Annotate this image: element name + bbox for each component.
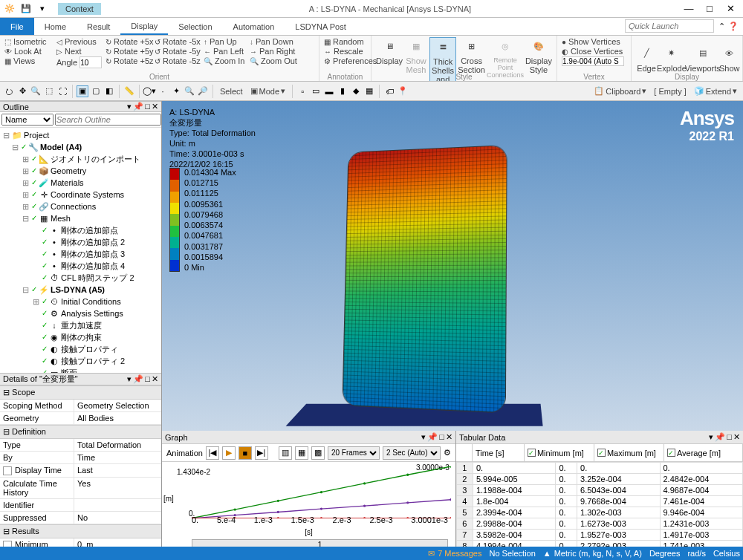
col-time[interactable]: Time [s]: [473, 444, 525, 461]
previous-button[interactable]: ◁ Previous: [56, 37, 101, 46]
preferences-button[interactable]: ⚙ Preferences: [324, 56, 366, 65]
menu-selection[interactable]: Selection: [168, 18, 222, 35]
td-close-icon[interactable]: ✕: [733, 432, 740, 442]
details-grid[interactable]: ⊟ ScopeScoping MethodGeometry SelectionG…: [0, 385, 161, 560]
tree-item[interactable]: ⊞✓🧪Materials: [1, 177, 160, 189]
details-close-icon[interactable]: □: [145, 374, 150, 384]
details-row[interactable]: Identifier: [0, 499, 161, 512]
tool-orbit-icon[interactable]: ⭮: [3, 85, 15, 97]
pan-down[interactable]: ↓ Pan Down: [250, 37, 294, 46]
details-row[interactable]: TypeTotal Deformation: [0, 439, 161, 452]
outline-search-input[interactable]: [55, 114, 161, 126]
menu-lsdyna-post[interactable]: LSDYNA Post: [285, 18, 356, 35]
tree-item[interactable]: ✓•剛体の追加節点: [1, 224, 160, 236]
details-x-icon[interactable]: ✕: [152, 374, 158, 384]
zoom-in[interactable]: 🔍 Zoom In: [204, 56, 245, 65]
menu-automation[interactable]: Automation: [223, 18, 285, 35]
tool-pan-icon[interactable]: ✥: [16, 85, 28, 97]
status-celsius[interactable]: Celsius: [713, 549, 740, 558]
outline-filter-select[interactable]: Name: [1, 114, 53, 126]
tree-item[interactable]: ⊟✓⚡LS-DYNA (A5): [1, 284, 160, 296]
next-button[interactable]: ▷ Next: [56, 47, 101, 56]
tool-shade-icon[interactable]: ▣: [77, 85, 88, 97]
anim-last-button[interactable]: ▶|: [255, 446, 268, 460]
anim-mode2-icon[interactable]: ▦: [295, 446, 308, 460]
close-vertices[interactable]: ◐ Close Vertices: [562, 47, 626, 56]
tool-zoom-icon[interactable]: 🔍: [30, 85, 42, 97]
probe-icon[interactable]: 📍: [397, 85, 409, 97]
rotate-plus-5z[interactable]: ↻ Rotate +5z: [106, 56, 150, 65]
menu-file[interactable]: File: [0, 18, 34, 35]
display-menu[interactable]: 🖥Display: [376, 37, 403, 65]
display-style[interactable]: 🎨Display Style: [525, 37, 552, 74]
table-row[interactable]: 62.9988e-0040.1.6273e-0031.2431e-003: [456, 518, 742, 530]
tree-item[interactable]: ✓↓重力加速度: [1, 319, 160, 331]
tree-item[interactable]: ✓◉剛体の拘束: [1, 331, 160, 343]
table-row[interactable]: 41.8e-0040.9.7668e-0047.461e-004: [456, 496, 742, 507]
speed-select[interactable]: 2 Sec (Auto): [383, 446, 441, 460]
graph-pin-icon[interactable]: 📌: [427, 432, 438, 442]
td-max-icon[interactable]: □: [727, 432, 732, 442]
collapse-ribbon-icon[interactable]: ⌃: [718, 22, 725, 31]
col-max[interactable]: ✓Maximum [m]: [594, 444, 664, 461]
anim-first-button[interactable]: |◀: [206, 446, 219, 460]
tree-item[interactable]: ✓▭断面: [1, 367, 160, 373]
graph-chart[interactable]: 3.0000e-3 [m] 1.4304e-2 0. 0.5.e-41.e-31…: [162, 462, 455, 551]
anim-opts-icon[interactable]: ⚙: [444, 448, 451, 458]
show-vertices[interactable]: ● Show Vertices: [562, 37, 626, 46]
maximize-button[interactable]: □: [700, 2, 719, 16]
anim-mode3-icon[interactable]: ▩: [311, 446, 325, 460]
rotate-plus-5y[interactable]: ↻ Rotate +5y: [106, 47, 150, 56]
sel-body-icon[interactable]: ▮: [337, 85, 348, 97]
views-button[interactable]: ▦ Views: [4, 56, 52, 65]
menu-home[interactable]: Home: [34, 18, 77, 35]
table-row[interactable]: 73.5982e-0040.1.9527e-0031.4917e-003: [456, 530, 742, 541]
outline-x-icon[interactable]: ✕: [152, 102, 158, 111]
qat-dropdown-icon[interactable]: ▾: [36, 2, 49, 16]
help-icon[interactable]: ❓: [728, 22, 739, 31]
tree-item[interactable]: ✓⚙Analysis Settings: [1, 307, 160, 319]
status-units[interactable]: ▲ Metric (m, kg, N, s, V, A): [543, 549, 642, 558]
outline-dropdown-icon[interactable]: ▾: [127, 102, 132, 111]
tree-item[interactable]: ⊞✓📐ジオメトリのインポート: [1, 153, 160, 165]
zoom-out[interactable]: 🔍 Zoom Out: [250, 56, 294, 65]
details-row[interactable]: ByTime: [0, 452, 161, 464]
status-rads[interactable]: rad/s: [687, 549, 705, 558]
tree-item[interactable]: ⊞✓📦Geometry: [1, 165, 160, 177]
angle-input[interactable]: Angle: [56, 56, 101, 68]
tool-lasso-icon[interactable]: ◯▾: [143, 85, 155, 97]
sel-vertex-icon[interactable]: ▫: [296, 85, 308, 97]
col-min[interactable]: ✓Minimum [m]: [525, 444, 594, 461]
mode-menu[interactable]: ▣ Mode▾: [247, 85, 289, 97]
pan-left[interactable]: ← Pan Left: [204, 47, 245, 56]
outline-tree[interactable]: ⊟📁Project⊟✓🔧Model (A4)⊞✓📐ジオメトリのインポート⊞✓📦G…: [0, 128, 161, 373]
details-row[interactable]: Scoping MethodGeometry Selection: [0, 400, 161, 412]
tag-icon[interactable]: 🏷: [383, 85, 395, 97]
tree-item[interactable]: ⊞✓✛Coordinate Systems: [1, 189, 160, 201]
tree-item[interactable]: ✓◐接触プロパティ 2: [1, 355, 160, 367]
graph-max-icon[interactable]: □: [439, 432, 444, 442]
table-row[interactable]: 25.994e-0050.3.252e-0042.4842e-004: [456, 474, 742, 485]
table-row[interactable]: 31.1988e-0040.6.5043e-0044.9687e-004: [456, 485, 742, 496]
rotate-minus-5x[interactable]: ↺ Rotate -5x: [155, 37, 199, 46]
anim-stop-button[interactable]: ■: [239, 446, 252, 460]
anim-mode1-icon[interactable]: ▥: [279, 446, 292, 460]
td-pin-icon[interactable]: 📌: [715, 432, 725, 442]
details-row[interactable]: GeometryAll Bodies: [0, 412, 161, 425]
lookat-button[interactable]: 👁 Look At: [4, 47, 52, 56]
tree-item[interactable]: ⊞✓🔗Connections: [1, 201, 160, 212]
tree-item[interactable]: ⊞✓⏲Initial Conditions: [1, 296, 160, 307]
3d-viewport[interactable]: A: LS-DYNA全変形量Type: Total DeformationUni…: [162, 101, 743, 431]
status-degrees[interactable]: Degrees: [649, 549, 681, 558]
details-dropdown-icon[interactable]: ▾: [127, 374, 132, 384]
table-row[interactable]: 10.0.0.0.: [456, 463, 742, 474]
tool-ruler-icon[interactable]: 📏: [123, 85, 135, 97]
menu-result[interactable]: Result: [77, 18, 120, 35]
tree-item[interactable]: ✓◐接触プロパティ: [1, 343, 160, 355]
sel-elem-icon[interactable]: ▦: [363, 85, 375, 97]
sel-edge-icon[interactable]: ▭: [310, 85, 322, 97]
sel-node-icon[interactable]: ◆: [350, 85, 362, 97]
tool-point-icon[interactable]: ·: [157, 85, 169, 97]
tree-item[interactable]: ✓•剛体の追加節点 2: [1, 236, 160, 248]
graph-dropdown-icon[interactable]: ▾: [421, 432, 426, 442]
